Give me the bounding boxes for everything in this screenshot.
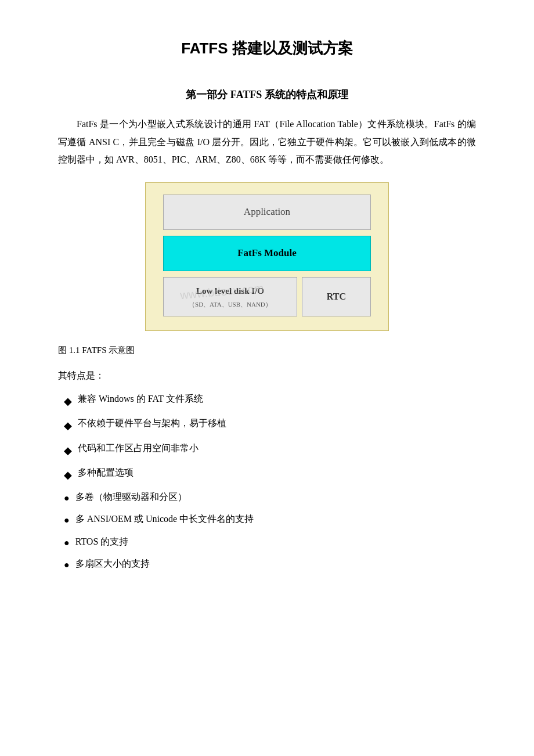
list-item: ● 多扇区大小的支持 [64,555,476,574]
figure-caption: 图 1.1 FATFS 示意图 [58,343,476,358]
list-item: ● RTOS 的支持 [64,533,476,552]
list-item: ● 多 ANSI/OEM 或 Unicode 中长文件名的支持 [64,510,476,529]
diagram-disk-sub: （SD、ATA、USB、NAND） [171,299,290,311]
list-item: ◆ 代码和工作区占用空间非常小 [64,440,476,460]
bullet-text: 不依赖于硬件平台与架构，易于移植 [78,415,226,432]
section1-title: 第一部分 FATFS 系统的特点和原理 [58,85,476,104]
circle-icon: ● [64,489,70,507]
diagram-disk-box: Low level disk I/O （SD、ATA、USB、NAND） [163,277,297,317]
list-item: ◆ 多种配置选项 [64,464,476,485]
list-item: ◆ 兼容 Windows 的 FAT 文件系统 [64,390,476,411]
intro-paragraph: FatFs 是一个为小型嵌入式系统设计的通用 FAT（File Allocati… [58,116,476,168]
diagram-bottom-row: Low level disk I/O （SD、ATA、USB、NAND） RTC [163,277,371,317]
diagram-fatfs-box: FatFs Module [163,236,371,271]
diamond-bullet-list: ◆ 兼容 Windows 的 FAT 文件系统 ◆ 不依赖于硬件平台与架构，易于… [58,390,476,485]
circle-icon: ● [64,512,70,529]
diagram-disk-label: Low level disk I/O [171,283,290,299]
bullet-text: 多 ANSI/OEM 或 Unicode 中长文件名的支持 [75,510,254,528]
diagram-wrapper: Application FatFs Module Low level disk … [145,182,389,331]
diagram-application-box: Application [163,195,371,230]
bullet-text: 多卷（物理驱动器和分区） [75,488,187,506]
features-intro: 其特点是： [58,368,476,384]
bullet-text: 多种配置选项 [78,464,134,481]
bullet-text: RTOS 的支持 [75,533,129,550]
diagram-rtc-box: RTC [302,277,371,317]
bullet-text: 兼容 Windows 的 FAT 文件系统 [78,390,203,408]
bullet-text: 代码和工作区占用空间非常小 [78,440,199,457]
circle-icon: ● [64,534,70,552]
diagram-container: Application FatFs Module Low level disk … [145,182,389,331]
list-item: ◆ 不依赖于硬件平台与架构，易于移植 [64,415,476,435]
diamond-icon: ◆ [64,416,72,435]
circle-bullet-list: ● 多卷（物理驱动器和分区） ● 多 ANSI/OEM 或 Unicode 中长… [58,488,476,574]
bullet-text: 多扇区大小的支持 [75,555,150,573]
diamond-icon: ◆ [64,391,72,411]
circle-icon: ● [64,556,70,574]
diamond-icon: ◆ [64,441,72,460]
diamond-icon: ◆ [64,465,72,485]
list-item: ● 多卷（物理驱动器和分区） [64,488,476,507]
page-title: FATFS 搭建以及测试方案 [58,35,476,62]
